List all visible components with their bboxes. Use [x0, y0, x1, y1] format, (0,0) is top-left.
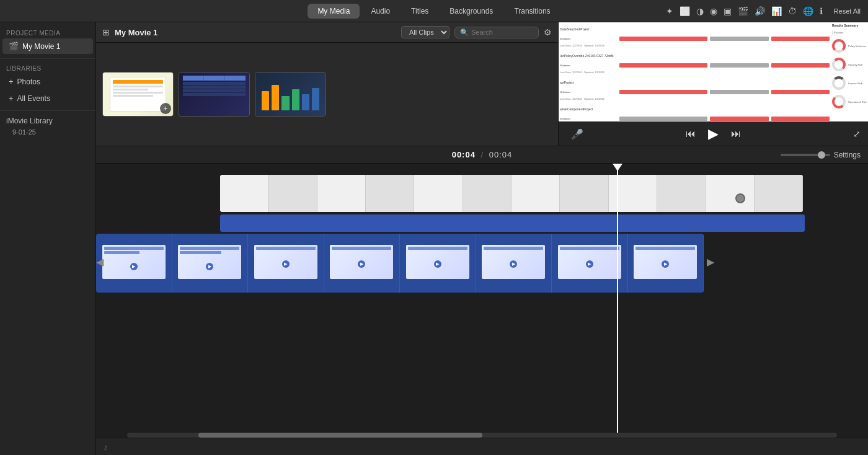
settings-icon[interactable]: ⚙ [544, 27, 552, 37]
frame-7 [512, 175, 560, 212]
music-note-icon: ♪ [104, 442, 108, 452]
track-1-frame-cells [220, 175, 803, 212]
info-icon[interactable]: ℹ [820, 6, 823, 16]
play-button[interactable]: ▶ [708, 126, 719, 142]
film-mini-content-2: ▶ [178, 245, 241, 279]
track-3-filmstrip[interactable]: ▶ ▶ [96, 234, 704, 293]
data-row-2: Violations [560, 63, 830, 68]
frame-icon[interactable]: ▣ [724, 6, 732, 16]
mini-row-1 [104, 247, 164, 250]
track-1-frames[interactable] [220, 175, 803, 212]
rewind-button[interactable]: ⏮ [686, 128, 696, 139]
film-icon: 🎬 [9, 42, 19, 51]
speed-icon[interactable]: ⏱ [788, 6, 797, 16]
settings-label[interactable]: Settings [834, 151, 861, 159]
chart-icon[interactable]: 📊 [771, 6, 782, 16]
reset-all-button[interactable]: Reset All [834, 7, 861, 15]
sidebar-item-imovie-library[interactable]: iMovie Library [0, 115, 95, 127]
media-browser-title: My Movie 1 [115, 28, 396, 37]
license-label: License Risk [848, 82, 862, 85]
film-mini-content-1: ▶ [102, 245, 166, 279]
preview-controls: 🎤 ⏮ ▶ ⏭ ⤢ [559, 121, 868, 146]
bar-red-2 [771, 37, 830, 41]
forward-button[interactable]: ⏭ [731, 128, 741, 139]
film-frame-3: ▶ [248, 234, 324, 293]
film-mini-content-8: ▶ [634, 245, 697, 279]
bar-gray-3 [710, 90, 768, 94]
microphone-button[interactable]: 🎤 [571, 128, 583, 140]
license-risk-row: License Risk [832, 76, 867, 90]
film-frame-4: ▶ [324, 234, 401, 293]
video-icon[interactable]: 🎬 [738, 6, 748, 16]
tab-audio[interactable]: Audio [361, 4, 400, 19]
policy-label: Policy Violations [848, 45, 866, 48]
frame-8 [560, 175, 608, 212]
mini-play-8: ▶ [662, 260, 669, 268]
tab-my-media[interactable]: My Media [308, 4, 360, 19]
license-donut [832, 76, 846, 90]
thumb-preview-2 [179, 73, 249, 116]
scroll-left-button[interactable]: ◀ [96, 255, 108, 268]
sidebar-item-date[interactable]: 9-01-25 [0, 127, 95, 137]
sidebar-item-all-events[interactable]: + All Events [2, 91, 93, 106]
zoom-slider[interactable] [781, 154, 830, 156]
audio-icon[interactable]: 🔊 [755, 6, 765, 16]
film-mini-4: ▶ [330, 245, 393, 279]
frame-2 [268, 175, 317, 212]
film-frame-5: ▶ [400, 234, 476, 293]
timeline-scrollbar[interactable] [127, 433, 837, 438]
film-frame-8: ▶ [628, 234, 704, 293]
add-clip-button-1[interactable]: + [160, 103, 171, 114]
operational-donut [832, 95, 846, 108]
frame-6 [463, 175, 512, 212]
clips-filter-dropdown[interactable]: All Clips [401, 26, 450, 38]
magic-wand-icon[interactable]: ✦ [666, 6, 673, 16]
crop-icon[interactable]: ⬜ [680, 6, 690, 16]
search-icon: 🔍 [460, 29, 469, 37]
thumbnail-2[interactable] [179, 72, 250, 117]
mini-play-5: ▶ [434, 260, 441, 268]
tab-backgrounds[interactable]: Backgrounds [440, 4, 503, 19]
bar-red-6 [771, 90, 830, 94]
bar-red-3 [619, 63, 707, 68]
search-input[interactable] [471, 29, 533, 36]
playhead-line [617, 164, 618, 433]
track-1-circle-marker [735, 193, 745, 203]
sidebar-item-photos[interactable]: + Photos [2, 74, 93, 89]
fullscreen-button[interactable]: ⤢ [853, 129, 861, 139]
mini-play-6: ▶ [510, 260, 517, 268]
media-panel: ⊞ My Movie 1 All Clips 🔍 ⚙ [96, 22, 558, 146]
preview-content: DataBreachedProject Violations Last Scan… [559, 22, 868, 121]
mini-row-8 [484, 247, 543, 250]
palette-icon[interactable]: ◉ [710, 6, 717, 16]
preview-panel: DataBreachedProject Violations Last Scan… [558, 22, 868, 146]
color-icon[interactable]: ◑ [696, 6, 704, 16]
thumbnail-3[interactable] [255, 72, 326, 117]
grid-view-icon[interactable]: ⊞ [102, 27, 110, 37]
mini-row-3 [180, 247, 239, 250]
divider-1 [0, 58, 95, 59]
zoom-handle[interactable] [818, 151, 825, 159]
tab-transitions[interactable]: Transitions [504, 4, 560, 19]
film-mini-6: ▶ [482, 245, 545, 279]
sidebar-item-mymovie[interactable]: 🎬 My Movie 1 [2, 38, 93, 54]
libraries-section-title: LIBRARIES [0, 63, 95, 73]
operational-label: Operational Risk [848, 100, 867, 104]
track-2-blue[interactable] [220, 214, 805, 232]
mini-play-7: ▶ [586, 260, 593, 268]
mini-row-4 [180, 251, 221, 254]
mini-play-4: ▶ [358, 260, 365, 268]
dashboard-right-panel: Results Summary 3 Projects Policy Violat… [831, 22, 868, 121]
project-section-title: PROJECT MEDIA [0, 27, 95, 38]
globe-icon[interactable]: 🌐 [803, 6, 813, 16]
scrollbar-thumb[interactable] [198, 433, 482, 438]
nav-tab-list: My Media Audio Titles Backgrounds Transi… [308, 4, 560, 19]
thumbnail-1[interactable]: + [102, 72, 174, 117]
thumb-preview-3 [255, 73, 326, 116]
frame-4 [366, 175, 414, 212]
mini-play-3: ▶ [282, 260, 290, 268]
film-mini-7: ▶ [558, 245, 621, 279]
scroll-right-button[interactable]: ▶ [707, 255, 719, 268]
policy-violations-row: Policy Violations [832, 39, 867, 53]
tab-titles[interactable]: Titles [401, 4, 438, 19]
